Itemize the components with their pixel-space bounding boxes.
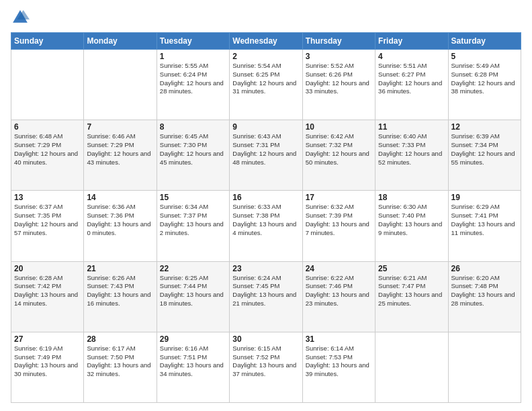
calendar-body: 1Sunrise: 5:55 AM Sunset: 6:24 PM Daylig… — [11, 50, 521, 403]
day-number: 18 — [378, 193, 445, 202]
calendar-cell: 9Sunrise: 6:43 AM Sunset: 7:31 PM Daylig… — [230, 120, 302, 191]
day-number: 6 — [14, 122, 81, 132]
day-number: 4 — [378, 52, 445, 61]
day-info: Sunrise: 5:52 AM Sunset: 6:26 PM Dayligh… — [306, 62, 372, 96]
calendar-cell — [84, 50, 157, 120]
day-number: 2 — [232, 52, 299, 61]
day-info: Sunrise: 6:16 AM Sunset: 7:51 PM Dayligh… — [160, 345, 226, 379]
day-number: 20 — [14, 264, 81, 273]
calendar-cell: 27Sunrise: 6:19 AM Sunset: 7:49 PM Dayli… — [11, 332, 84, 402]
day-info: Sunrise: 6:14 AM Sunset: 7:53 PM Dayligh… — [306, 345, 372, 379]
day-number: 13 — [14, 193, 81, 202]
calendar-cell: 12Sunrise: 6:39 AM Sunset: 7:34 PM Dayli… — [448, 120, 521, 191]
calendar-header: SundayMondayTuesdayWednesdayThursdayFrid… — [11, 33, 521, 50]
calendar-cell: 20Sunrise: 6:28 AM Sunset: 7:42 PM Dayli… — [11, 261, 84, 332]
day-info: Sunrise: 6:43 AM Sunset: 7:31 PM Dayligh… — [232, 132, 299, 167]
week-row-4: 20Sunrise: 6:28 AM Sunset: 7:42 PM Dayli… — [11, 261, 521, 332]
day-info: Sunrise: 6:21 AM Sunset: 7:47 PM Dayligh… — [378, 274, 445, 308]
calendar-cell — [375, 332, 448, 402]
calendar-cell: 21Sunrise: 6:26 AM Sunset: 7:43 PM Dayli… — [84, 261, 157, 332]
calendar-cell: 6Sunrise: 6:48 AM Sunset: 7:29 PM Daylig… — [11, 120, 84, 191]
calendar-cell: 5Sunrise: 5:49 AM Sunset: 6:28 PM Daylig… — [448, 50, 521, 120]
day-info: Sunrise: 6:33 AM Sunset: 7:38 PM Dayligh… — [232, 203, 299, 237]
day-number: 25 — [378, 264, 445, 273]
day-header-thursday: Thursday — [302, 33, 375, 50]
day-info: Sunrise: 6:42 AM Sunset: 7:32 PM Dayligh… — [306, 132, 372, 167]
day-number: 14 — [87, 193, 153, 202]
day-number: 21 — [87, 264, 153, 273]
day-number: 11 — [378, 122, 445, 132]
day-number: 5 — [451, 52, 518, 61]
calendar-cell: 13Sunrise: 6:37 AM Sunset: 7:35 PM Dayli… — [11, 191, 84, 261]
day-number: 27 — [14, 334, 81, 344]
calendar-cell: 24Sunrise: 6:22 AM Sunset: 7:46 PM Dayli… — [302, 261, 375, 332]
calendar-cell: 8Sunrise: 6:45 AM Sunset: 7:30 PM Daylig… — [157, 120, 229, 191]
week-row-3: 13Sunrise: 6:37 AM Sunset: 7:35 PM Dayli… — [11, 191, 521, 261]
calendar-cell: 30Sunrise: 6:15 AM Sunset: 7:52 PM Dayli… — [230, 332, 302, 402]
calendar-cell: 4Sunrise: 5:51 AM Sunset: 6:27 PM Daylig… — [375, 50, 448, 120]
calendar-cell: 22Sunrise: 6:25 AM Sunset: 7:44 PM Dayli… — [157, 261, 229, 332]
day-header-wednesday: Wednesday — [230, 33, 302, 50]
day-info: Sunrise: 6:22 AM Sunset: 7:46 PM Dayligh… — [306, 274, 372, 308]
calendar-cell — [448, 332, 521, 402]
day-info: Sunrise: 6:28 AM Sunset: 7:42 PM Dayligh… — [14, 274, 81, 308]
calendar-cell: 26Sunrise: 6:20 AM Sunset: 7:48 PM Dayli… — [448, 261, 521, 332]
week-row-1: 1Sunrise: 5:55 AM Sunset: 6:24 PM Daylig… — [11, 50, 521, 120]
day-info: Sunrise: 6:20 AM Sunset: 7:48 PM Dayligh… — [451, 274, 518, 308]
day-number: 31 — [306, 334, 372, 344]
calendar-cell: 3Sunrise: 5:52 AM Sunset: 6:26 PM Daylig… — [302, 50, 375, 120]
day-number: 30 — [232, 334, 299, 344]
calendar-table: SundayMondayTuesdayWednesdayThursdayFrid… — [11, 32, 521, 403]
day-number: 9 — [232, 122, 299, 132]
day-header-sunday: Sunday — [11, 33, 84, 50]
day-info: Sunrise: 6:37 AM Sunset: 7:35 PM Dayligh… — [14, 203, 81, 237]
day-info: Sunrise: 6:45 AM Sunset: 7:30 PM Dayligh… — [160, 132, 226, 167]
day-number: 28 — [87, 334, 153, 344]
day-info: Sunrise: 6:17 AM Sunset: 7:50 PM Dayligh… — [87, 345, 153, 379]
day-number: 16 — [232, 193, 299, 202]
page: SundayMondayTuesdayWednesdayThursdayFrid… — [0, 0, 532, 411]
day-number: 29 — [160, 334, 226, 344]
day-number: 26 — [451, 264, 518, 273]
day-number: 8 — [160, 122, 226, 132]
day-header-friday: Friday — [375, 33, 448, 50]
day-number: 12 — [451, 122, 518, 132]
logo — [11, 8, 32, 27]
day-number: 24 — [306, 264, 372, 273]
day-info: Sunrise: 6:46 AM Sunset: 7:29 PM Dayligh… — [87, 132, 153, 167]
calendar-cell: 16Sunrise: 6:33 AM Sunset: 7:38 PM Dayli… — [230, 191, 302, 261]
day-info: Sunrise: 6:36 AM Sunset: 7:36 PM Dayligh… — [87, 203, 153, 237]
logo-icon — [11, 8, 30, 27]
calendar-cell: 28Sunrise: 6:17 AM Sunset: 7:50 PM Dayli… — [84, 332, 157, 402]
day-info: Sunrise: 6:24 AM Sunset: 7:45 PM Dayligh… — [232, 274, 299, 308]
day-number: 17 — [306, 193, 372, 202]
calendar-cell: 2Sunrise: 5:54 AM Sunset: 6:25 PM Daylig… — [230, 50, 302, 120]
calendar-cell: 29Sunrise: 6:16 AM Sunset: 7:51 PM Dayli… — [157, 332, 229, 402]
day-info: Sunrise: 5:55 AM Sunset: 6:24 PM Dayligh… — [160, 62, 226, 96]
day-info: Sunrise: 5:54 AM Sunset: 6:25 PM Dayligh… — [232, 62, 299, 96]
day-header-saturday: Saturday — [448, 33, 521, 50]
day-info: Sunrise: 6:32 AM Sunset: 7:39 PM Dayligh… — [306, 203, 372, 237]
day-info: Sunrise: 6:29 AM Sunset: 7:41 PM Dayligh… — [451, 203, 518, 237]
calendar-cell: 31Sunrise: 6:14 AM Sunset: 7:53 PM Dayli… — [302, 332, 375, 402]
day-number: 22 — [160, 264, 226, 273]
calendar-cell: 23Sunrise: 6:24 AM Sunset: 7:45 PM Dayli… — [230, 261, 302, 332]
day-info: Sunrise: 6:26 AM Sunset: 7:43 PM Dayligh… — [87, 274, 153, 308]
day-header-monday: Monday — [84, 33, 157, 50]
day-info: Sunrise: 5:49 AM Sunset: 6:28 PM Dayligh… — [451, 62, 518, 96]
calendar-cell: 1Sunrise: 5:55 AM Sunset: 6:24 PM Daylig… — [157, 50, 229, 120]
day-number: 7 — [87, 122, 153, 132]
day-info: Sunrise: 6:39 AM Sunset: 7:34 PM Dayligh… — [451, 132, 518, 167]
calendar-cell: 25Sunrise: 6:21 AM Sunset: 7:47 PM Dayli… — [375, 261, 448, 332]
day-info: Sunrise: 6:48 AM Sunset: 7:29 PM Dayligh… — [14, 132, 81, 167]
day-info: Sunrise: 6:34 AM Sunset: 7:37 PM Dayligh… — [160, 203, 226, 237]
day-info: Sunrise: 6:15 AM Sunset: 7:52 PM Dayligh… — [232, 345, 299, 379]
calendar-cell: 11Sunrise: 6:40 AM Sunset: 7:33 PM Dayli… — [375, 120, 448, 191]
day-info: Sunrise: 6:30 AM Sunset: 7:40 PM Dayligh… — [378, 203, 445, 237]
day-number: 15 — [160, 193, 226, 202]
calendar-cell: 18Sunrise: 6:30 AM Sunset: 7:40 PM Dayli… — [375, 191, 448, 261]
day-info: Sunrise: 5:51 AM Sunset: 6:27 PM Dayligh… — [378, 62, 445, 96]
header — [11, 8, 521, 27]
day-info: Sunrise: 6:25 AM Sunset: 7:44 PM Dayligh… — [160, 274, 226, 308]
day-number: 19 — [451, 193, 518, 202]
